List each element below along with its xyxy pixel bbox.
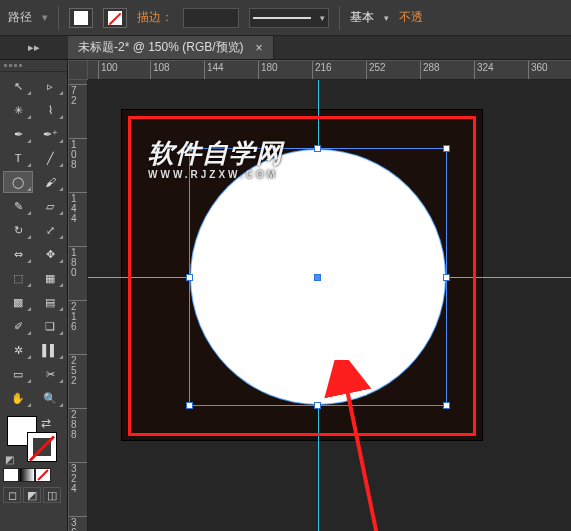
draw-normal[interactable]: ◻ [3,487,21,503]
stroke-style-dropdown[interactable]: ▾ [249,8,329,28]
selection-tool[interactable]: ↖ [3,75,33,97]
ruler-tick: 324 [474,61,494,80]
perspective-grid-tool[interactable]: ▦ [35,267,65,289]
mesh-tool[interactable]: ▩ [3,291,33,313]
toolbox-grip[interactable] [0,60,67,72]
bbox-handle[interactable] [314,145,321,152]
ruler-tick: 108 [150,61,170,80]
document-tab[interactable]: 未标题-2* @ 150% (RGB/预览) × [68,36,274,59]
swap-fill-stroke-icon[interactable]: ⇄ [41,416,51,430]
add-anchor-tool[interactable]: ✒⁺ [35,123,65,145]
bbox-center-handle[interactable] [314,274,321,281]
ruler-tick: 144 [204,61,224,80]
canvas[interactable]: 软件自学网 WWW.RJZXW.COM [88,80,571,531]
toolbox: ↖▹✳⌇✒✒⁺T╱◯🖌✎▱↻⤢⇔✥⬚▦▩▤✐❏✲▌▌▭✂✋🔍 ⇄ ◩ ◻ ◩ ◫ [0,60,68,531]
stroke-color[interactable] [27,432,57,462]
fill-swatch[interactable] [69,8,93,28]
color-mode-none[interactable] [35,468,51,482]
ruler-tick: 1 0 8 [69,138,88,170]
document-title: 未标题-2* @ 150% (RGB/预览) [78,39,244,56]
color-mode-gradient[interactable] [19,468,35,482]
zoom-tool[interactable]: 🔍 [35,387,65,409]
bbox-handle[interactable] [186,145,193,152]
tab-bar: ▸▸ 未标题-2* @ 150% (RGB/预览) × [0,36,571,60]
ruler-origin[interactable] [68,60,88,80]
draw-behind[interactable]: ◩ [23,487,41,503]
stroke-weight-field[interactable] [183,8,239,28]
ruler-tick: 252 [366,61,386,80]
opacity-label[interactable]: 不透 [399,9,423,26]
lasso-tool[interactable]: ⌇ [35,99,65,121]
bbox-handle[interactable] [186,274,193,281]
draw-modes: ◻ ◩ ◫ [0,485,67,505]
pen-tool[interactable]: ✒ [3,123,33,145]
width-tool[interactable]: ⇔ [3,243,33,265]
artboard-tool[interactable]: ▭ [3,363,33,385]
stroke-swatch[interactable] [103,8,127,28]
hand-tool[interactable]: ✋ [3,387,33,409]
ruler-tick: 2 8 8 [69,408,88,440]
close-tab-icon[interactable]: × [256,41,263,55]
ruler-tick: 288 [420,61,440,80]
ruler-horizontal[interactable]: 100 108 144 180 216 252 288 324 360 [68,60,571,80]
scale-tool[interactable]: ⤢ [35,219,65,241]
shape-builder-tool[interactable]: ⬚ [3,267,33,289]
magic-wand-tool[interactable]: ✳ [3,99,33,121]
bbox-handle[interactable] [443,274,450,281]
fill-stroke-control[interactable]: ⇄ ◩ [3,414,64,466]
gradient-tool[interactable]: ▤ [35,291,65,313]
bbox-handle[interactable] [443,145,450,152]
panel-toggle-icon[interactable]: ▸▸ [27,41,41,55]
free-transform-tool[interactable]: ✥ [35,243,65,265]
bbox-handle[interactable] [443,402,450,409]
ruler-tick: 2 1 6 [69,300,88,332]
ruler-tick: 3 6 0 [69,516,88,531]
ruler-tick: 100 [98,61,118,80]
color-mode-solid[interactable] [3,468,19,482]
ruler-tick: 1 8 0 [69,246,88,278]
paintbrush-tool[interactable]: 🖌 [35,171,65,193]
column-graph-tool[interactable]: ▌▌ [35,339,65,361]
path-label: 路径 [8,9,32,26]
ruler-tick: 360 [528,61,548,80]
color-mode-row [0,468,67,485]
eyedropper-tool[interactable]: ✐ [3,315,33,337]
draw-inside[interactable]: ◫ [43,487,61,503]
type-tool[interactable]: T [3,147,33,169]
bbox-handle[interactable] [314,402,321,409]
ruler-tick: 180 [258,61,278,80]
ruler-tick: 216 [312,61,332,80]
ruler-vertical[interactable]: 7 2 1 0 8 1 4 4 1 8 0 2 1 6 2 5 2 2 8 8 … [68,80,88,531]
ruler-tick: 3 2 4 [69,462,88,494]
brush-style-label[interactable]: 基本 [350,9,374,26]
stroke-label: 描边： [137,9,173,26]
ellipse-tool[interactable]: ◯ [3,171,33,193]
default-fill-stroke-icon[interactable]: ◩ [5,454,14,465]
slice-tool[interactable]: ✂ [35,363,65,385]
pencil-tool[interactable]: ✎ [3,195,33,217]
bbox-handle[interactable] [186,402,193,409]
symbol-sprayer-tool[interactable]: ✲ [3,339,33,361]
eraser-tool[interactable]: ▱ [35,195,65,217]
line-tool[interactable]: ╱ [35,147,65,169]
direct-selection-tool[interactable]: ▹ [35,75,65,97]
rotate-tool[interactable]: ↻ [3,219,33,241]
ruler-tick: 2 5 2 [69,354,88,386]
property-bar: 路径 ▾ 描边： ▾ 基本 ▾ 不透 [0,0,571,36]
ruler-tick: 1 4 4 [69,192,88,224]
blend-tool[interactable]: ❏ [35,315,65,337]
ruler-tick: 7 2 [69,84,88,106]
